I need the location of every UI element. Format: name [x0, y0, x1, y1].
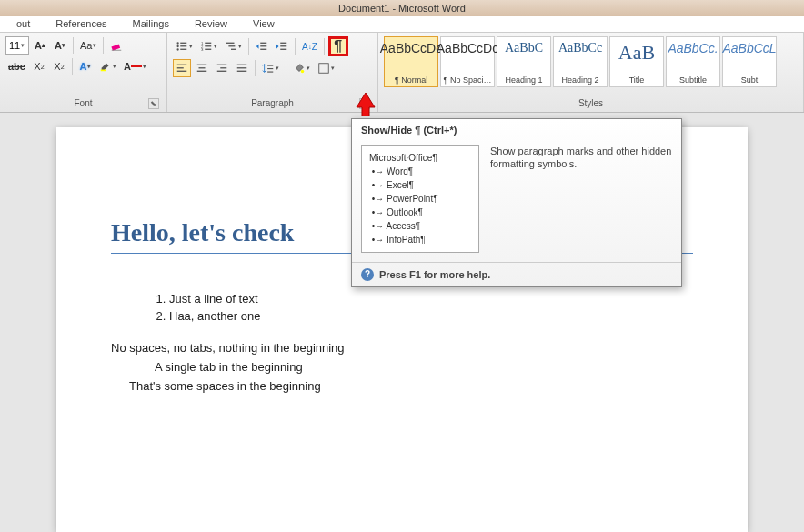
text-effects-button[interactable]: A: [76, 57, 95, 75]
svg-rect-11: [205, 45, 211, 46]
tab-mailings[interactable]: Mailings: [120, 16, 182, 32]
style-card[interactable]: AaBbCcDc¶ No Spaci…: [440, 36, 495, 87]
svg-rect-28: [197, 71, 207, 72]
multilevel-list-button[interactable]: [222, 37, 245, 55]
separator: [286, 60, 286, 76]
svg-rect-23: [177, 65, 187, 65]
line-spacing-button[interactable]: [259, 59, 282, 77]
svg-rect-3: [180, 43, 186, 44]
paragraph-text[interactable]: That's some spaces in the beginning: [129, 379, 693, 393]
tooltip-sample-line: •→ InfoPath¶: [369, 233, 471, 246]
list-item[interactable]: Just a line of text: [169, 290, 693, 307]
tooltip-sample-line: •→ PowerPoint¶: [369, 192, 471, 206]
svg-point-4: [176, 45, 178, 47]
svg-point-38: [301, 70, 305, 74]
tooltip-sample-line: •→ Word¶: [369, 165, 471, 178]
group-label-font: Font ⬊: [5, 97, 161, 110]
style-name: Subt: [741, 75, 759, 85]
svg-rect-22: [280, 49, 286, 50]
align-right-icon: [216, 62, 228, 75]
svg-rect-27: [199, 67, 206, 68]
bullet-list-icon: [176, 40, 188, 53]
paragraph-dialog-launcher[interactable]: ⬊: [359, 98, 370, 109]
justify-icon: [236, 62, 248, 75]
subscript-button[interactable]: X2: [30, 57, 48, 75]
highlight-button[interactable]: [96, 57, 119, 75]
style-preview: AaB: [618, 41, 655, 65]
group-font: 11 A▴ A▾ Aa abc X2 X2 A A: [0, 33, 167, 112]
multilevel-icon: [225, 40, 237, 53]
shrink-font-button[interactable]: A▾: [51, 36, 69, 55]
style-name: Title: [629, 75, 645, 85]
svg-rect-14: [226, 43, 235, 44]
strikethrough-button[interactable]: abc: [5, 57, 28, 75]
style-preview: AaBbC: [505, 41, 543, 55]
line-spacing-icon: [262, 62, 275, 75]
style-preview: AaBbCcDc: [437, 41, 498, 55]
style-gallery[interactable]: AaBbCcDc¶ NormalAaBbCcDc¶ No Spaci…AaBbC…: [384, 36, 798, 87]
svg-rect-15: [228, 45, 235, 46]
align-left-icon: [176, 62, 188, 75]
font-size-input[interactable]: 11: [5, 36, 29, 55]
style-name: Heading 1: [505, 75, 542, 85]
svg-rect-1: [101, 70, 106, 72]
group-paragraph: 123 A↓Z ¶ Pa: [167, 33, 378, 112]
separator: [73, 37, 74, 54]
number-list-icon: 123: [200, 40, 213, 53]
svg-rect-19: [260, 49, 266, 50]
separator: [248, 38, 249, 55]
style-card[interactable]: AaBbCc.Subtitle: [666, 36, 720, 87]
group-label-styles: Styles: [384, 97, 798, 110]
style-preview: AaBbCcDc: [380, 41, 442, 55]
paragraph-text[interactable]: A single tab in the beginning: [155, 360, 693, 374]
superscript-button[interactable]: X2: [50, 57, 68, 75]
svg-text:3: 3: [201, 47, 204, 52]
svg-rect-30: [220, 67, 226, 68]
tooltip-sample-box: Microsoft·Office¶ •→ Word¶ •→ Excel¶ •→ …: [361, 145, 479, 253]
tab-references[interactable]: References: [43, 16, 119, 32]
separator: [72, 58, 73, 75]
numbered-list[interactable]: Just a line of text Haa, another one: [169, 290, 693, 325]
style-card[interactable]: AaBTitle: [609, 36, 664, 87]
align-center-icon: [196, 62, 208, 75]
change-case-button[interactable]: Aa: [77, 36, 99, 55]
tab-view[interactable]: View: [240, 16, 287, 32]
svg-rect-20: [280, 43, 286, 44]
paint-bucket-icon: [293, 62, 306, 75]
help-icon: ?: [361, 268, 374, 281]
grow-font-button[interactable]: A▴: [31, 36, 49, 55]
style-name: Subtitle: [679, 75, 707, 85]
tooltip-footer: ? Press F1 for more help.: [352, 262, 681, 286]
svg-rect-9: [205, 43, 211, 44]
clear-formatting-button[interactable]: [107, 36, 126, 55]
tab-layout[interactable]: out: [4, 16, 43, 32]
tab-review[interactable]: Review: [182, 16, 240, 32]
borders-button[interactable]: [315, 59, 337, 77]
justify-button[interactable]: [233, 59, 251, 77]
font-dialog-launcher[interactable]: ⬊: [148, 98, 159, 109]
font-color-button[interactable]: A: [121, 57, 149, 75]
list-item[interactable]: Haa, another one: [169, 307, 693, 325]
shading-button[interactable]: [290, 59, 313, 77]
bullets-button[interactable]: [173, 37, 196, 55]
svg-rect-36: [267, 68, 273, 69]
style-card[interactable]: AaBbCcLSubt: [722, 36, 777, 87]
tooltip-sample-line: •→ Excel¶: [369, 178, 471, 192]
show-hide-button[interactable]: ¶: [328, 36, 348, 56]
align-left-button[interactable]: [173, 59, 191, 77]
svg-rect-24: [177, 67, 184, 68]
style-card[interactable]: AaBbCcHeading 2: [553, 36, 608, 87]
tooltip-sample-line: •→ Access¶: [369, 219, 471, 233]
separator: [324, 38, 325, 55]
style-card[interactable]: AaBbCHeading 1: [497, 36, 551, 87]
align-center-button[interactable]: [193, 59, 211, 77]
increase-indent-button[interactable]: [273, 37, 291, 55]
numbering-button[interactable]: 123: [197, 37, 220, 55]
sort-button[interactable]: A↓Z: [299, 37, 320, 55]
align-right-button[interactable]: [213, 59, 231, 77]
window-title: Document1 - Microsoft Word: [338, 3, 466, 14]
style-card[interactable]: AaBbCcDc¶ Normal: [384, 36, 438, 87]
paragraph-text[interactable]: No spaces, no tabs, nothing in the begin…: [111, 341, 693, 355]
decrease-indent-button[interactable]: [253, 37, 271, 55]
svg-rect-32: [237, 65, 247, 65]
